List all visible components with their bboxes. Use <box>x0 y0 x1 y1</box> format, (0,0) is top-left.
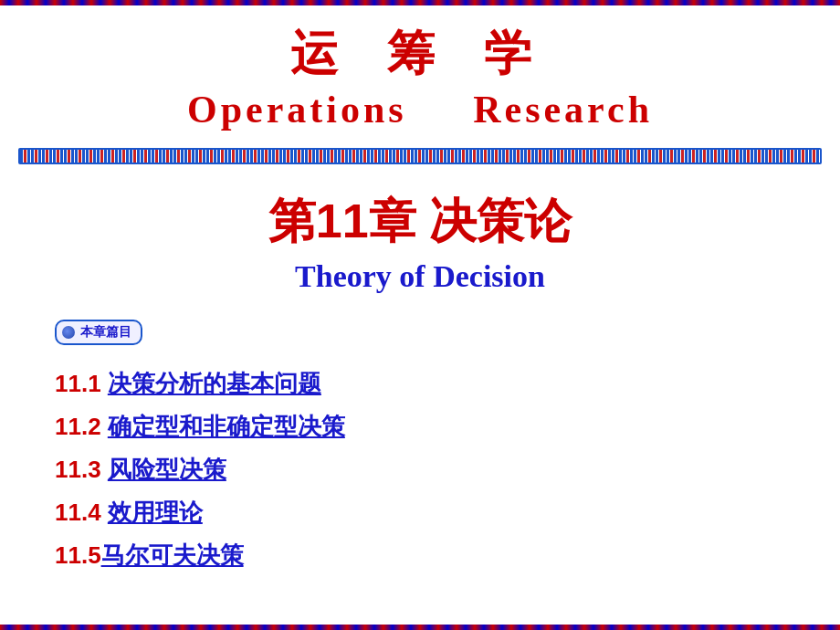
toc-link-5[interactable]: 马尔可夫决策 <box>101 541 244 569</box>
bottom-border <box>0 625 840 630</box>
toc-number-5: 11.5 <box>55 541 101 569</box>
chapter-section: 第11章 决策论 Theory of Decision <box>0 172 840 303</box>
toc-number-2: 11.2 <box>55 413 108 440</box>
toc-number-3: 11.3 <box>55 456 108 483</box>
title-operations: Operations <box>187 89 407 131</box>
toc-link-1[interactable]: 决策分析的基本问题 <box>108 370 321 397</box>
chapter-title-english: Theory of Decision <box>0 259 840 294</box>
toc-item-5[interactable]: 11.5马尔可夫决策 <box>55 538 785 573</box>
toc-item-2[interactable]: 11.2 确定型和非确定型决策 <box>55 409 785 445</box>
toc-link-3[interactable]: 风险型决策 <box>108 456 226 483</box>
chapter-title-chinese: 第11章 决策论 <box>0 190 840 254</box>
toc-link-4[interactable]: 效用理论 <box>108 499 203 526</box>
badge-label: 本章篇目 <box>80 324 131 341</box>
main-title-chinese: 运 筹 学 <box>0 22 840 86</box>
badge-circle-icon <box>62 326 75 339</box>
toc-number-4: 11.4 <box>55 499 108 526</box>
toc-item-1[interactable]: 11.1 决策分析的基本问题 <box>55 366 785 402</box>
decorative-divider <box>18 148 822 164</box>
contents-badge: 本章篇目 <box>55 320 142 345</box>
main-title-english: Operations Research <box>0 88 840 131</box>
table-of-contents: 11.1 决策分析的基本问题 11.2 确定型和非确定型决策 11.3 风险型决… <box>0 362 840 585</box>
toc-link-2[interactable]: 确定型和非确定型决策 <box>108 413 345 440</box>
title-research: Research <box>473 89 653 131</box>
toc-item-3[interactable]: 11.3 风险型决策 <box>55 452 785 488</box>
contents-badge-container: 本章篇目 <box>0 303 840 362</box>
toc-item-4[interactable]: 11.4 效用理论 <box>55 495 785 530</box>
toc-number-1: 11.1 <box>55 370 108 397</box>
header-section: 运 筹 学 Operations Research <box>0 5 840 141</box>
